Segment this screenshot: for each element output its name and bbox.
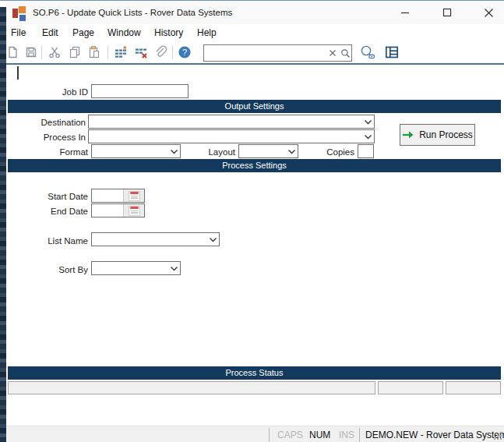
svg-text:?: ? — [182, 48, 187, 57]
sort-by-dropdown[interactable] — [91, 261, 181, 275]
save-icon — [24, 45, 38, 59]
copies-label: Copies — [306, 147, 354, 157]
copy-icon — [68, 45, 82, 59]
delete-rows-icon — [134, 45, 148, 59]
process-status-header: Process Status — [8, 366, 501, 380]
chevron-down-icon — [167, 149, 180, 154]
new-document-button[interactable] — [5, 44, 20, 60]
format-dropdown[interactable] — [91, 144, 181, 158]
logo-orange-square — [19, 6, 26, 13]
run-process-label: Run Process — [419, 129, 473, 140]
menu-history[interactable]: History — [154, 27, 183, 38]
minimize-button[interactable] — [391, 1, 419, 24]
paste-icon — [87, 45, 101, 59]
end-date-field — [91, 203, 145, 217]
cut-icon — [48, 45, 62, 59]
maximize-icon — [442, 8, 452, 17]
help-icon: ? — [178, 45, 192, 59]
layout-panels-button[interactable] — [382, 44, 401, 60]
insert-rows-button[interactable] — [113, 44, 129, 60]
end-date-input[interactable] — [92, 204, 123, 217]
sort-by-label: Sort By — [31, 264, 88, 275]
start-date-label: Start Date — [23, 191, 88, 202]
menu-window[interactable]: Window — [107, 27, 141, 38]
insert-rows-icon — [114, 45, 128, 59]
session-account-label: DEMO.NEW - Rover Data Systems — [365, 430, 504, 440]
list-name-dropdown[interactable] — [91, 232, 220, 246]
end-date-calendar-button[interactable] — [123, 204, 144, 217]
start-date-field — [91, 189, 145, 203]
search-input[interactable] — [204, 47, 326, 59]
menu-page[interactable]: Page — [72, 27, 94, 38]
toolbar-separator — [41, 45, 42, 59]
job-id-label: Job ID — [31, 87, 88, 97]
calendar-icon — [129, 206, 140, 216]
chevron-down-icon — [361, 134, 374, 140]
output-settings-header: Output Settings — [8, 100, 501, 113]
clear-search-icon[interactable] — [326, 47, 339, 59]
logo-red-square — [12, 9, 18, 18]
toolbar: ? — [6, 42, 504, 65]
list-name-label: List Name — [23, 235, 88, 246]
help-button[interactable]: ? — [177, 44, 192, 60]
num-lock-indicator: NUM — [309, 430, 330, 440]
chevron-down-icon — [361, 119, 374, 125]
text-caret — [17, 66, 19, 80]
new-document-icon — [5, 45, 19, 59]
calendar-icon — [129, 191, 140, 201]
save-button[interactable] — [23, 44, 39, 60]
toolbar-separator — [107, 45, 108, 59]
status-separator — [359, 428, 360, 442]
start-date-input[interactable] — [92, 189, 123, 202]
resize-grip[interactable] — [494, 432, 502, 440]
layout-panels-icon — [384, 44, 400, 60]
desktop-background-strip — [0, 7, 6, 442]
delete-rows-button[interactable] — [133, 44, 149, 60]
minimize-icon — [400, 8, 410, 17]
layout-dropdown[interactable] — [238, 144, 298, 158]
search-icon[interactable] — [339, 47, 351, 59]
menu-file[interactable]: File — [11, 27, 26, 38]
app-window: SO.P6 - Update Quick Lists - Rover Data … — [0, 0, 504, 442]
paste-button[interactable] — [86, 44, 102, 60]
copies-input[interactable] — [358, 144, 374, 158]
attachment-button[interactable] — [153, 44, 168, 60]
status-bar: CAPS NUM INS DEMO.NEW - Rover Data Syste… — [6, 426, 504, 442]
logo-blue-square — [19, 15, 26, 21]
find-preview-button[interactable] — [358, 44, 378, 60]
close-icon — [484, 8, 494, 18]
cut-button[interactable] — [47, 44, 62, 60]
status-separator — [269, 428, 270, 442]
menu-help[interactable]: Help — [197, 27, 217, 38]
job-id-input[interactable] — [91, 84, 189, 98]
process-status-message-box — [8, 381, 375, 394]
close-button[interactable] — [474, 1, 502, 24]
process-in-label: Process In — [23, 132, 86, 143]
caps-lock-indicator: CAPS — [277, 430, 303, 440]
end-date-label: End Date — [23, 206, 88, 217]
copy-button[interactable] — [67, 44, 83, 60]
process-status-progress-box — [378, 381, 443, 394]
process-in-dropdown[interactable] — [88, 129, 375, 143]
run-process-button[interactable]: Run Process — [400, 124, 475, 146]
insert-mode-indicator: INS — [339, 430, 354, 440]
format-label: Format — [31, 147, 88, 157]
attachment-icon — [153, 45, 168, 60]
window-title: SO.P6 - Update Quick Lists - Rover Data … — [33, 8, 232, 17]
maximize-button[interactable] — [433, 1, 461, 24]
search-box — [203, 44, 352, 62]
menu-bar: File Edit Page Window History Help — [6, 24, 504, 42]
start-date-calendar-button[interactable] — [123, 189, 144, 202]
layout-label: Layout — [187, 147, 235, 157]
chevron-down-icon — [285, 149, 298, 154]
process-settings-header: Process Settings — [8, 159, 501, 172]
destination-dropdown[interactable] — [88, 115, 375, 129]
process-status-count-box — [446, 381, 501, 394]
chevron-down-icon — [167, 266, 180, 271]
app-logo-icon — [12, 6, 28, 20]
find-preview-icon — [359, 44, 376, 60]
toolbar-separator — [172, 45, 173, 59]
destination-label: Destination — [23, 117, 86, 128]
menu-edit[interactable]: Edit — [42, 27, 58, 38]
title-bar: SO.P6 - Update Quick Lists - Rover Data … — [6, 1, 504, 24]
